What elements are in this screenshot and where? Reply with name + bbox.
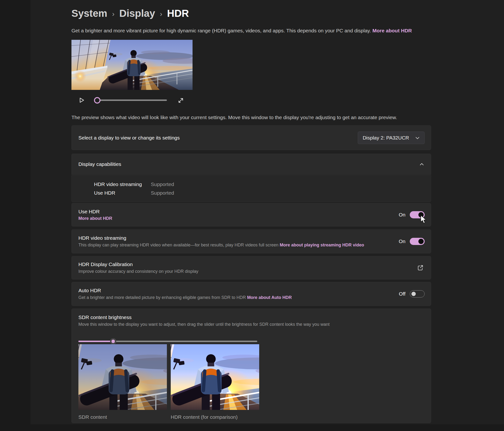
hdr-streaming-toggle[interactable] xyxy=(410,238,425,245)
sdr-content-image xyxy=(78,344,167,410)
play-button[interactable] xyxy=(77,95,86,105)
chevron-up-icon[interactable] xyxy=(419,162,424,166)
hdr-streaming-description-text: This display can play streaming HDR vide… xyxy=(78,242,278,247)
display-capabilities-title: Display capabilities xyxy=(78,161,419,167)
breadcrumb-display[interactable]: Display xyxy=(119,8,155,19)
intro-text: Get a brighter and more vibrant picture … xyxy=(72,28,436,34)
sdr-content-label: SDR content xyxy=(78,414,167,420)
auto-hdr-description: Get a brighter and more detailed picture… xyxy=(78,295,394,300)
use-hdr-more-link[interactable]: More about HDR xyxy=(78,216,394,221)
capability-value: Supported xyxy=(151,181,174,187)
auto-hdr-toggle[interactable] xyxy=(410,290,425,297)
auto-hdr-state: Off xyxy=(399,291,405,297)
auto-hdr-card: Auto HDR Get a brighter and more detaile… xyxy=(72,282,431,306)
auto-hdr-more-link[interactable]: More about Auto HDR xyxy=(247,295,292,300)
auto-hdr-description-text: Get a brighter and more detailed picture… xyxy=(78,295,246,300)
display-capabilities-expander[interactable]: Display capabilities xyxy=(72,154,431,175)
video-player-controls xyxy=(72,95,193,106)
breadcrumb-system[interactable]: System xyxy=(72,8,107,19)
hdr-content-image xyxy=(171,344,259,410)
capability-label: Use HDR xyxy=(94,190,151,196)
window-edge-left xyxy=(0,0,30,431)
breadcrumb: System › Display › HDR xyxy=(72,8,189,19)
use-hdr-title: Use HDR xyxy=(78,209,394,215)
display-capabilities-panel: HDR video streaming Supported Use HDR Su… xyxy=(72,175,431,202)
intro-description: Get a brighter and more vibrant picture … xyxy=(72,28,371,33)
toggle-knob xyxy=(412,292,416,296)
toggle-knob xyxy=(418,239,424,244)
hdr-streaming-more-link[interactable]: More about playing streaming HDR video xyxy=(279,242,364,247)
comparison-images xyxy=(78,344,424,410)
hdr-calibration-card[interactable]: HDR Display Calibration Improve colour a… xyxy=(72,256,431,279)
use-hdr-card: Use HDR More about HDR On xyxy=(72,203,431,226)
seek-thumb[interactable] xyxy=(94,97,100,104)
more-about-hdr-link[interactable]: More about HDR xyxy=(372,28,412,33)
display-selector-value: Display 2: PA32UCR xyxy=(363,135,409,141)
slider-thumb[interactable] xyxy=(110,338,116,344)
hdr-content-label: HDR content (for comparison) xyxy=(171,414,259,420)
hdr-streaming-state: On xyxy=(399,239,405,244)
capability-label: HDR video streaming xyxy=(94,181,151,187)
page-title: HDR xyxy=(167,8,189,19)
preview-note: The preview shows what video will look l… xyxy=(72,115,436,120)
use-hdr-state: On xyxy=(399,212,405,218)
capability-value: Supported xyxy=(151,190,174,196)
display-selector-card: Select a display to view or change its s… xyxy=(72,125,431,150)
hdr-streaming-description: This display can play streaming HDR vide… xyxy=(78,242,394,248)
hdr-settings-page: System › Display › HDR Get a brighter an… xyxy=(0,0,504,431)
sdr-brightness-title: SDR content brightness xyxy=(78,314,424,320)
display-selector-dropdown[interactable]: Display 2: PA32UCR xyxy=(358,132,425,144)
mouse-cursor xyxy=(420,215,427,224)
auto-hdr-title: Auto HDR xyxy=(78,288,394,293)
fullscreen-icon xyxy=(177,97,184,104)
open-new-window-icon[interactable] xyxy=(417,264,424,271)
seek-track[interactable] xyxy=(97,99,167,101)
chevron-right-icon: › xyxy=(112,9,114,18)
seek-slider[interactable] xyxy=(94,95,169,106)
hdr-calibration-description: Improve colour accuracy and consistency … xyxy=(78,269,417,274)
sdr-brightness-card: SDR content brightness Move this window … xyxy=(72,308,431,423)
capability-row: HDR video streaming Supported xyxy=(94,181,424,187)
hdr-streaming-title: HDR video streaming xyxy=(78,235,394,241)
window-edge-bottom xyxy=(0,424,504,431)
hdr-calibration-title: HDR Display Calibration xyxy=(78,261,417,267)
display-selector-label: Select a display to view or change its s… xyxy=(78,135,358,141)
chevron-right-icon: › xyxy=(160,9,162,18)
slider-fill xyxy=(78,341,113,342)
fullscreen-button[interactable] xyxy=(176,95,185,105)
chevron-down-icon xyxy=(415,136,420,140)
capability-row: Use HDR Supported xyxy=(94,190,424,196)
sdr-brightness-description: Move this window to the display you want… xyxy=(78,322,424,327)
play-icon xyxy=(78,97,85,104)
hdr-streaming-card: HDR video streaming This display can pla… xyxy=(72,229,431,253)
hdr-video-preview xyxy=(72,40,193,90)
